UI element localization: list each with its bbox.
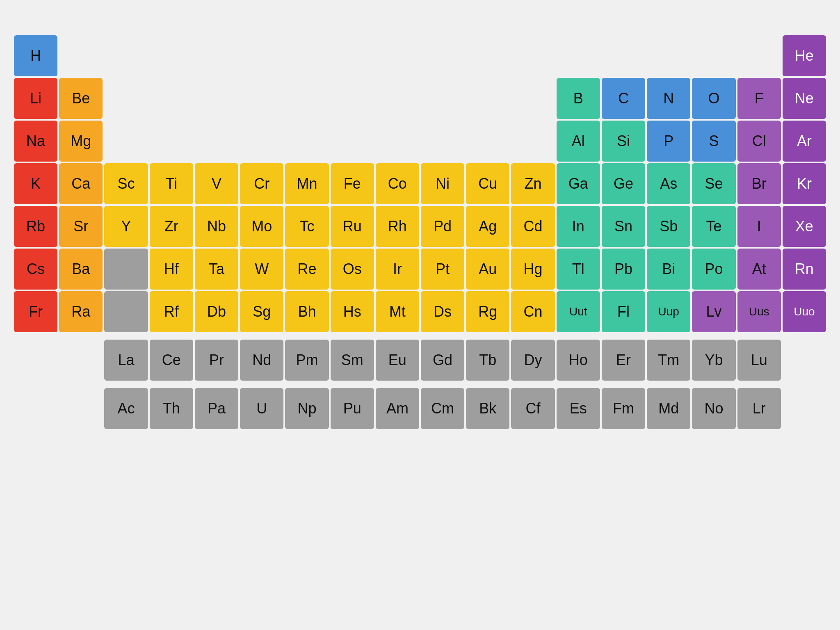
element-cell[interactable]: Cf	[511, 388, 555, 429]
element-cell[interactable]: Am	[376, 388, 419, 429]
element-cell[interactable]: Si	[602, 121, 645, 162]
element-cell[interactable]: Mn	[285, 163, 329, 204]
element-cell[interactable]: Mg	[59, 121, 103, 162]
element-cell[interactable]: Nb	[195, 206, 238, 247]
element-cell[interactable]: No	[692, 388, 735, 429]
element-cell[interactable]: Er	[602, 340, 645, 381]
element-cell[interactable]: Ar	[783, 121, 826, 162]
element-cell[interactable]: Au	[466, 249, 509, 290]
element-cell[interactable]: He	[783, 35, 826, 76]
element-cell[interactable]: Ca	[59, 163, 103, 204]
element-cell[interactable]: Pa	[195, 388, 238, 429]
element-cell[interactable]: Sn	[602, 206, 645, 247]
element-cell[interactable]: Al	[557, 121, 600, 162]
element-cell[interactable]: Br	[737, 163, 781, 204]
element-cell[interactable]: Ag	[466, 206, 509, 247]
element-cell[interactable]: Fr	[14, 291, 57, 332]
element-cell[interactable]: Ho	[557, 340, 600, 381]
element-cell[interactable]: Tb	[466, 340, 509, 381]
element-cell[interactable]: P	[647, 121, 690, 162]
element-cell[interactable]: Zr	[150, 206, 193, 247]
element-cell[interactable]: Ba	[59, 249, 103, 290]
element-cell[interactable]: Bk	[466, 388, 509, 429]
element-cell[interactable]: Pt	[421, 249, 464, 290]
element-cell[interactable]: Mo	[240, 206, 283, 247]
element-cell[interactable]: La	[104, 340, 148, 381]
element-cell[interactable]: Ds	[421, 291, 464, 332]
element-cell[interactable]: Bi	[647, 249, 690, 290]
element-cell[interactable]: V	[195, 163, 238, 204]
element-cell[interactable]: Na	[14, 121, 57, 162]
element-cell[interactable]: Np	[285, 388, 329, 429]
element-cell[interactable]: Sm	[331, 340, 374, 381]
element-cell[interactable]: Gd	[421, 340, 464, 381]
element-cell[interactable]: Uus	[737, 291, 781, 332]
element-cell[interactable]: Sr	[59, 206, 103, 247]
element-cell[interactable]: K	[14, 163, 57, 204]
element-cell[interactable]: Pb	[602, 249, 645, 290]
element-cell[interactable]: Be	[59, 78, 103, 119]
element-cell[interactable]: Ra	[59, 291, 103, 332]
element-cell[interactable]: Rg	[466, 291, 509, 332]
element-cell[interactable]: Y	[104, 206, 148, 247]
element-cell[interactable]: Cs	[14, 249, 57, 290]
element-cell[interactable]: Rf	[150, 291, 193, 332]
element-cell[interactable]: Cr	[240, 163, 283, 204]
element-cell[interactable]: As	[647, 163, 690, 204]
element-cell[interactable]: Db	[195, 291, 238, 332]
element-cell[interactable]: Hf	[150, 249, 193, 290]
element-cell[interactable]: Pm	[285, 340, 329, 381]
element-cell[interactable]: Xe	[783, 206, 826, 247]
element-cell[interactable]: Eu	[376, 340, 419, 381]
element-cell[interactable]: B	[557, 78, 600, 119]
element-cell[interactable]: C	[602, 78, 645, 119]
element-cell[interactable]: Md	[647, 388, 690, 429]
element-cell[interactable]: Th	[150, 388, 193, 429]
element-cell[interactable]: Li	[14, 78, 57, 119]
element-cell[interactable]: Nd	[240, 340, 283, 381]
element-cell[interactable]: Ru	[331, 206, 374, 247]
element-cell[interactable]: Po	[692, 249, 735, 290]
element-cell[interactable]: Cu	[466, 163, 509, 204]
element-cell[interactable]: Cm	[421, 388, 464, 429]
element-cell[interactable]: Uut	[557, 291, 600, 332]
element-cell[interactable]: Co	[376, 163, 419, 204]
element-cell[interactable]: H	[14, 35, 57, 76]
element-cell[interactable]: Pu	[331, 388, 374, 429]
element-cell[interactable]: Tm	[647, 340, 690, 381]
element-cell[interactable]: At	[737, 249, 781, 290]
element-cell[interactable]: Rn	[783, 249, 826, 290]
element-cell[interactable]: Rh	[376, 206, 419, 247]
element-cell[interactable]: Hs	[331, 291, 374, 332]
element-cell[interactable]: Lv	[692, 291, 735, 332]
element-cell[interactable]: Ni	[421, 163, 464, 204]
element-cell[interactable]: Uup	[647, 291, 690, 332]
element-cell[interactable]: Ta	[195, 249, 238, 290]
element-cell[interactable]: Ga	[557, 163, 600, 204]
element-cell[interactable]: Os	[331, 249, 374, 290]
element-cell[interactable]: U	[240, 388, 283, 429]
element-cell[interactable]: Dy	[511, 340, 555, 381]
element-cell[interactable]: Yb	[692, 340, 735, 381]
element-cell[interactable]: F	[737, 78, 781, 119]
element-cell[interactable]: N	[647, 78, 690, 119]
element-cell[interactable]: Cd	[511, 206, 555, 247]
element-cell[interactable]: Ir	[376, 249, 419, 290]
element-cell[interactable]: I	[737, 206, 781, 247]
element-cell[interactable]: Cl	[737, 121, 781, 162]
element-cell[interactable]: Sb	[647, 206, 690, 247]
element-cell[interactable]: Sg	[240, 291, 283, 332]
element-cell[interactable]: W	[240, 249, 283, 290]
element-cell[interactable]: Uuo	[783, 291, 826, 332]
element-cell[interactable]: Se	[692, 163, 735, 204]
element-cell[interactable]: Sc	[104, 163, 148, 204]
element-cell[interactable]: Lu	[737, 340, 781, 381]
element-cell[interactable]: Ti	[150, 163, 193, 204]
element-cell[interactable]: Tl	[557, 249, 600, 290]
element-cell[interactable]: Tc	[285, 206, 329, 247]
element-cell[interactable]: Rb	[14, 206, 57, 247]
element-cell[interactable]: Hg	[511, 249, 555, 290]
element-cell[interactable]: Bh	[285, 291, 329, 332]
element-cell[interactable]: Fl	[602, 291, 645, 332]
element-cell[interactable]: Kr	[783, 163, 826, 204]
